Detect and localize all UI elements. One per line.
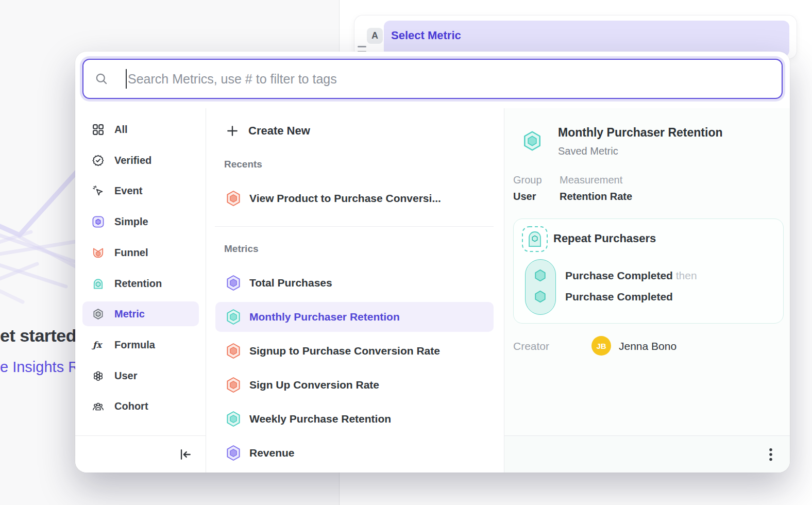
metric-row[interactable]: Weekly Purchase Retention <box>215 404 494 434</box>
sidebar-item-funnel[interactable]: Funnel <box>82 240 199 265</box>
search-icon <box>95 72 108 86</box>
sidebar-item-icon <box>92 339 105 351</box>
sidebar-item-simple[interactable]: Simple <box>82 209 199 234</box>
metric-row[interactable]: View Product to Purchase Conversi... <box>215 183 494 213</box>
step-1-event: Purchase Completed <box>565 270 673 281</box>
creator-avatar: JB <box>591 336 611 356</box>
metric-row[interactable]: Revenue <box>215 438 494 468</box>
select-metric-label: Select Metric <box>391 29 461 42</box>
definition-title: Repeat Purchasers <box>553 232 656 245</box>
text-cursor <box>126 69 127 89</box>
sidebar-item-metric[interactable]: Metric <box>82 301 199 326</box>
section-label: Recents <box>224 159 504 171</box>
search-input[interactable] <box>128 60 767 98</box>
sidebar-item-label: User <box>114 370 137 382</box>
group-label: Group <box>513 174 542 186</box>
metric-preview-panel: Monthly Purchaser Retention Saved Metric… <box>504 108 790 435</box>
sidebar-item-icon <box>92 184 105 197</box>
sidebar-item-label: Simple <box>114 216 148 228</box>
preview-metric-hexagon-icon <box>522 130 542 152</box>
metric-hexagon-icon <box>226 309 241 325</box>
sidebar-item-icon <box>92 123 105 136</box>
metric-row-label: View Product to Purchase Conversi... <box>249 192 441 205</box>
sidebar-footer <box>75 435 206 473</box>
create-new-label: Create New <box>248 124 310 138</box>
list-divider <box>215 226 494 227</box>
sidebar-item-label: Cohort <box>114 400 148 412</box>
sidebar-item-all[interactable]: All <box>82 117 199 142</box>
sidebar-item-cohort[interactable]: Cohort <box>82 394 199 418</box>
sidebar-item-label: Event <box>114 185 142 197</box>
collapse-sidebar-button[interactable] <box>178 447 193 462</box>
sidebar-item-icon <box>92 154 105 167</box>
event-sequence-capsule <box>525 259 556 315</box>
measurement-value: Retention Rate <box>560 191 632 203</box>
metric-hexagon-icon <box>226 377 241 393</box>
metric-row[interactable]: Signup to Purchase Conversion Rate <box>215 336 494 366</box>
metric-hexagon-icon <box>226 275 241 291</box>
sidebar-item-icon <box>92 246 105 259</box>
sidebar-item-event[interactable]: Event <box>82 178 199 203</box>
sidebar-item-label: Formula <box>114 339 155 351</box>
metric-row-label: Sign Up Conversion Rate <box>249 379 379 391</box>
sidebar-item-icon <box>92 308 105 321</box>
metric-picker-modal: All Verified Event Simple Funnel Retenti… <box>75 52 790 473</box>
metric-list-column: Create New Recents View Product to Purch… <box>206 108 504 473</box>
metric-row-label: Revenue <box>249 447 295 459</box>
more-options-button[interactable] <box>763 446 779 463</box>
sidebar-item-icon <box>92 215 105 228</box>
creator-label: Creator <box>513 340 549 352</box>
metric-row-label: Weekly Purchase Retention <box>249 413 391 425</box>
metric-row[interactable]: Sign Up Conversion Rate <box>215 370 494 400</box>
background-link-fragment[interactable]: e Insights Re <box>0 359 87 376</box>
create-new-button[interactable]: Create New <box>226 120 504 142</box>
preview-subtitle: Saved Metric <box>558 145 618 157</box>
category-sidebar: All Verified Event Simple Funnel Retenti… <box>75 108 206 435</box>
sidebar-item-label: Metric <box>114 308 145 320</box>
event-hexagon-icon <box>533 290 547 304</box>
preview-title: Monthly Purchaser Retention <box>558 126 722 140</box>
measurement-label: Measurement <box>560 174 622 186</box>
definition-step-1: Purchase Completed then <box>565 270 697 282</box>
metric-hexagon-icon <box>226 343 241 359</box>
preview-footer <box>504 435 790 473</box>
metric-hexagon-icon <box>226 445 241 461</box>
step-connector: then <box>676 270 697 281</box>
plus-icon <box>226 124 239 138</box>
event-hexagon-icon <box>533 268 547 282</box>
metric-definition-card: Repeat Purchasers Purchase Completed the… <box>513 218 784 324</box>
sidebar-item-label: All <box>114 124 128 136</box>
sidebar-item-user[interactable]: User <box>82 363 199 388</box>
background-headline-fragment: et started. <box>0 326 81 346</box>
group-value: User <box>513 191 536 203</box>
metric-row-label: Total Purchases <box>249 277 332 289</box>
search-bar <box>82 59 783 99</box>
metric-row-label: Monthly Purchaser Retention <box>249 311 400 323</box>
metric-hexagon-icon <box>226 190 241 207</box>
section-label: Metrics <box>224 243 504 256</box>
series-letter-badge[interactable]: A <box>367 28 383 44</box>
creator-name: Jenna Bono <box>619 340 676 352</box>
sidebar-item-formula[interactable]: Formula <box>82 332 199 357</box>
retention-definition-icon <box>521 226 548 252</box>
metric-list: Recents View Product to Purchase Convers… <box>206 159 504 468</box>
metric-row[interactable]: Monthly Purchaser Retention <box>215 302 494 332</box>
sidebar-item-label: Verified <box>114 155 151 166</box>
sidebar-item-icon <box>92 277 105 290</box>
sidebar-item-verified[interactable]: Verified <box>82 148 199 173</box>
metric-row[interactable]: Total Purchases <box>215 268 494 298</box>
sidebar-item-label: Retention <box>114 278 162 290</box>
metric-row-label: Signup to Purchase Conversion Rate <box>249 345 440 357</box>
definition-step-2: Purchase Completed <box>565 291 673 303</box>
sidebar-item-icon <box>92 400 105 413</box>
sidebar-item-retention[interactable]: Retention <box>82 271 199 296</box>
sidebar-item-label: Funnel <box>114 247 148 259</box>
sidebar-item-icon <box>92 369 105 382</box>
metric-hexagon-icon <box>226 411 241 427</box>
